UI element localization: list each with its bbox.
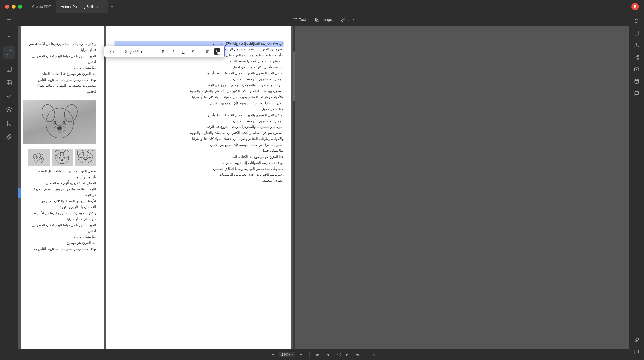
table-icon[interactable]	[3, 76, 15, 89]
zoom-out-button[interactable]: −	[269, 351, 277, 359]
image-tool-button[interactable]: Image	[311, 15, 336, 24]
sketch-thumbnails	[28, 149, 96, 166]
link-tool-button[interactable]: Link	[337, 15, 359, 24]
toolbar-separator-1	[156, 49, 156, 54]
main-layout: Text Image Link	[0, 13, 644, 360]
close-button[interactable]	[5, 5, 9, 9]
bold-button[interactable]: B	[159, 48, 167, 55]
svg-point-39	[63, 150, 70, 158]
left-line-14: يحتفي الفن المصري بالحيوانات مثل القطط ب…	[114, 112, 284, 118]
maximize-button[interactable]	[18, 5, 22, 9]
zoom-in-button[interactable]: +	[297, 351, 305, 359]
left-line-12: الحيوانات جزءًا من حياتنا اليومية، فإن ا…	[114, 100, 284, 106]
left-line-22: يهدف دليل رسم الحيوانات إلى تزويد الناس …	[114, 160, 284, 166]
dog-portrait-image	[23, 100, 96, 144]
tab-add-button[interactable]: +	[108, 3, 116, 10]
text-tool-button[interactable]: Text	[289, 15, 310, 24]
layers-icon[interactable]	[3, 104, 15, 116]
right-share-icon[interactable]	[631, 52, 642, 63]
strikethrough-button[interactable]: S	[189, 48, 197, 55]
left-line-9: اللوحات والمنحوتات والمجوهرات وحتى الدرو…	[114, 82, 284, 88]
svg-point-40	[59, 157, 61, 159]
left-line-6: أساسية وأخرى أكثر تقدمًا. أرجو اختيار	[114, 65, 284, 71]
right-comment-icon[interactable]	[631, 88, 642, 99]
main-toolbar: Text Image Link	[18, 13, 629, 26]
sidebar-divider-1	[4, 30, 14, 30]
text-tool-label: Text	[299, 17, 306, 22]
left-line-13: معًا بشكل جميل	[114, 106, 284, 112]
prev-page-button[interactable]: ◀	[324, 351, 332, 359]
right-bottom-5: والأكواب ، وماركات المتاجر وغيرها من الأ…	[28, 210, 96, 222]
right-line-2: فنا أو منزليا	[28, 47, 96, 53]
sidebar-grab-handle[interactable]	[18, 188, 21, 198]
svg-point-48	[39, 158, 42, 161]
scroll-thumb[interactable]	[293, 51, 295, 101]
total-pages: 5	[339, 353, 341, 356]
last-page-button[interactable]: ⏭	[353, 351, 361, 359]
right-line-1: والأكواب، وماركات المتاجر وغيرها من الأش…	[28, 41, 96, 47]
right-line-5: هذا المزيج هو موضوع هذا الكتاب. الفنان	[28, 71, 96, 77]
next-page-button[interactable]: ▶	[343, 351, 351, 359]
tab-close-icon[interactable]: ✕	[101, 5, 103, 8]
right-line-6: يهدف دليل رسم الحيوانات إلى تزويد الناس	[28, 77, 96, 83]
page-gap	[104, 26, 106, 360]
right-puzzle-icon[interactable]	[631, 334, 642, 345]
toolbar-separator-2	[200, 49, 200, 54]
svg-point-24	[63, 103, 79, 123]
attachment-icon[interactable]	[3, 131, 15, 143]
right-export-icon[interactable]	[631, 40, 642, 51]
right-pages-icon[interactable]	[631, 28, 642, 39]
right-bottom-8: هذا المزيج هو موضوع	[28, 240, 96, 246]
text-edit-icon[interactable]	[3, 32, 15, 45]
svg-line-59	[636, 56, 637, 57]
svg-point-28	[63, 122, 65, 124]
svg-marker-13	[7, 107, 12, 110]
first-page-button[interactable]: ⏮	[314, 351, 322, 359]
left-line-8: الجمال. لعدة قرون، أُلهم هذه الحصان	[114, 76, 284, 82]
review-icon[interactable]	[3, 90, 15, 102]
titlebar-right: R	[631, 3, 644, 10]
titlebar: Create PDF Animal Painting Skills-ar ✕ +…	[0, 0, 644, 13]
right-search-icon[interactable]	[631, 16, 642, 27]
document-area: 8 ▼ SegoeUI ▼ B I	[18, 26, 629, 360]
minimize-button[interactable]	[12, 5, 16, 9]
font-size-value: 8	[109, 49, 111, 54]
forms-icon[interactable]	[3, 63, 15, 75]
underline-button[interactable]: U	[179, 48, 187, 55]
font-family-selector[interactable]: SegoeUI ▼	[123, 49, 153, 54]
italic-button[interactable]: I	[169, 48, 177, 55]
svg-point-49	[635, 19, 638, 23]
avatar: R	[631, 3, 639, 10]
close-status-button[interactable]: ✕	[370, 351, 378, 359]
tab-create-pdf[interactable]: Create PDF	[27, 0, 56, 13]
right-chat-icon[interactable]	[631, 346, 642, 357]
svg-point-23	[40, 103, 57, 123]
svg-rect-8	[7, 80, 11, 85]
svg-point-29	[57, 126, 62, 130]
right-bottom-1: يحتفي الفن المصري بالحيوانات مثل القطط ب…	[28, 169, 96, 181]
scroll-bar[interactable]	[293, 26, 295, 360]
right-storage-icon[interactable]	[631, 76, 642, 87]
tab-animal-painting[interactable]: Animal Painting Skills-ar ✕	[56, 0, 108, 13]
right-mail-icon[interactable]	[631, 64, 642, 75]
font-size-arrow: ▼	[112, 50, 115, 53]
left-line-16: اللوحات والمنحوتات والمجوهرات وحتى الدرو…	[114, 124, 284, 130]
align-button[interactable]	[203, 48, 211, 55]
link-tool-label: Link	[348, 17, 355, 22]
text-color-button[interactable]: A ▼	[213, 48, 221, 55]
pages-icon[interactable]	[3, 16, 15, 28]
left-column-page[interactable]: يهدف دليل رسم الحيوانات إلى تزويد الناس …	[106, 26, 291, 360]
status-separator	[309, 352, 310, 358]
left-sidebar	[0, 13, 18, 360]
font-size-selector[interactable]: 8 ▼	[108, 49, 120, 54]
annotate-icon[interactable]	[3, 46, 15, 59]
text-format-toolbar: 8 ▼ SegoeUI ▼ B I	[104, 46, 225, 57]
right-line-3: الحيوانات جزءًا من حياتنا اليومية، فإن ا…	[28, 53, 96, 65]
svg-point-37	[56, 152, 69, 164]
font-family-value: SegoeUI	[125, 49, 139, 54]
svg-point-22	[46, 108, 73, 138]
current-page: 4	[334, 353, 336, 356]
bookmark-icon[interactable]	[3, 117, 15, 130]
zoom-selector[interactable]: 134% ▼	[279, 352, 295, 357]
left-line-17: العصور، يبيع فن القطط والكلاب الكثير من …	[114, 130, 284, 136]
